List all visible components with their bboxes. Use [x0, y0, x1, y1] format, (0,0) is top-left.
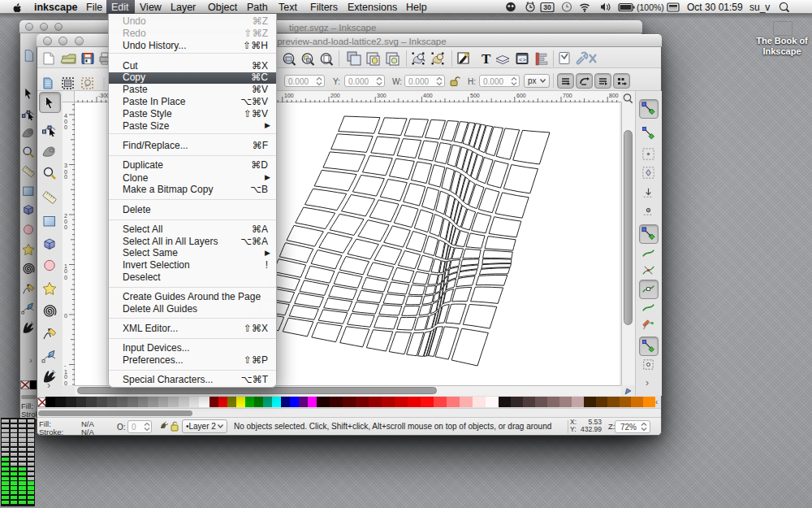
svg-text:200: 200 — [330, 93, 340, 98]
svg-text:4: 4 — [64, 113, 67, 119]
svg-text:300: 300 — [377, 93, 387, 98]
svg-text:0: 0 — [64, 380, 67, 385]
svg-text:2: 2 — [64, 213, 67, 219]
svg-text:400: 400 — [423, 93, 433, 98]
svg-text:600: 600 — [516, 93, 526, 98]
svg-text:30: 30 — [543, 3, 551, 11]
svg-text:0: 0 — [64, 124, 67, 130]
svg-text:0: 0 — [64, 268, 67, 274]
svg-text:<>: <> — [519, 57, 527, 63]
svg-text:T: T — [482, 51, 491, 67]
svg-text:0: 0 — [64, 174, 67, 180]
svg-text:0: 0 — [64, 119, 67, 124]
svg-text:su_v: su_v — [749, 2, 770, 13]
svg-text:3: 3 — [64, 163, 67, 168]
svg-text:0: 0 — [64, 374, 67, 380]
svg-text:0: 0 — [64, 275, 67, 280]
svg-text:0: 0 — [64, 313, 67, 319]
svg-text:0: 0 — [64, 219, 67, 224]
svg-text:(100%): (100%) — [637, 2, 664, 12]
svg-text:800: 800 — [609, 93, 619, 98]
svg-text:100: 100 — [284, 93, 294, 98]
svg-text:-: - — [64, 363, 67, 368]
svg-text:0: 0 — [64, 224, 67, 230]
svg-text:Oct 30 01:59: Oct 30 01:59 — [687, 2, 743, 13]
svg-text:500: 500 — [470, 93, 480, 98]
svg-text:700: 700 — [563, 93, 572, 98]
